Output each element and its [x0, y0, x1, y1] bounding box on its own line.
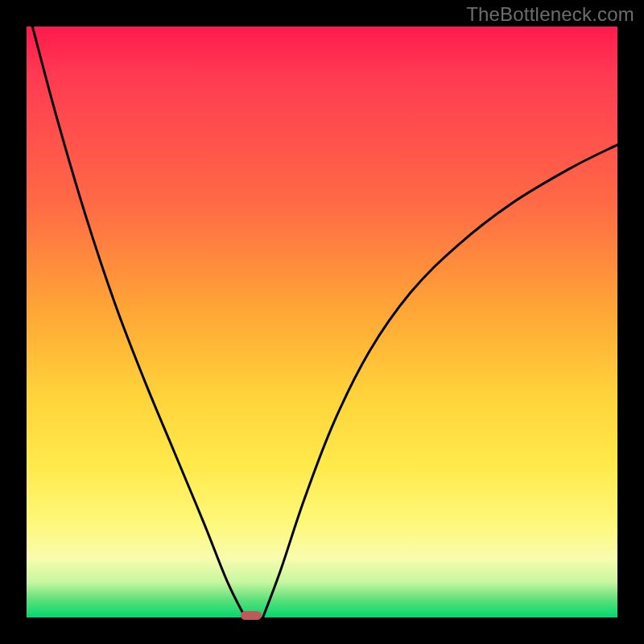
watermark-text: TheBottleneck.com	[466, 3, 634, 26]
plot-area	[27, 27, 617, 617]
optimal-point-marker	[241, 611, 262, 620]
curve-layer	[27, 27, 617, 617]
curve-left-branch	[32, 27, 245, 617]
curve-right-branch	[263, 145, 617, 617]
chart-frame: TheBottleneck.com	[0, 0, 644, 644]
